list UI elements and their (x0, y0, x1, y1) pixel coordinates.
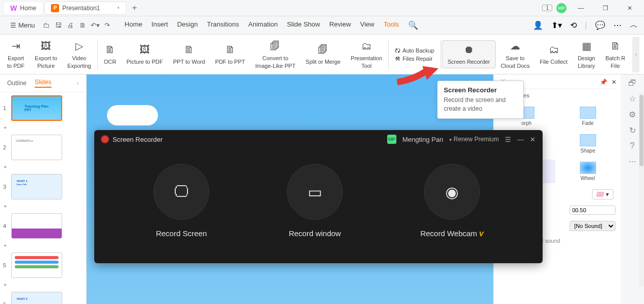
sr-close-button[interactable]: ✕ (530, 136, 535, 143)
tab-document[interactable]: P Presentation1 • (44, 2, 126, 15)
speed-input[interactable] (570, 206, 615, 215)
redo-icon[interactable]: ↷ (102, 21, 113, 29)
convert-image-ppt[interactable]: 🗐Convert to Image-Like PPT (250, 37, 301, 71)
animation-star-icon: ✦ (3, 243, 7, 248)
preview-icon[interactable]: 🗎 (78, 21, 88, 29)
batch-rename[interactable]: 🗎Batch R File (600, 37, 630, 71)
more-icon[interactable]: ⋯ (613, 20, 622, 30)
sr-menu-icon[interactable]: ☰ (505, 136, 511, 143)
slide-row[interactable]: 6PART 2 (3, 292, 83, 304)
slide-thumb-1[interactable] (11, 95, 62, 121)
library-icon: ▦ (582, 39, 592, 53)
ocr[interactable]: 🗎OCR (99, 41, 121, 67)
export-to-picture[interactable]: 🖼Export to Picture (30, 37, 62, 71)
minimize-button[interactable]: — (571, 0, 591, 16)
presentation-tool[interactable]: 🗂Presentation Tool (345, 37, 387, 71)
webcam-icon: ◉ (445, 183, 459, 201)
settings-icon[interactable]: ⟲ (570, 20, 577, 30)
menu-tab-design[interactable]: Design (177, 20, 198, 30)
comment-icon[interactable]: 💬 (595, 20, 605, 30)
cloud-decoration (107, 105, 158, 125)
transition-fade[interactable]: Fade (559, 105, 617, 128)
slide-thumb-2[interactable]: CONTENTS ▪▪▪ (11, 135, 62, 160)
print-icon[interactable]: 🖨 (66, 21, 76, 29)
restore-badge[interactable]: 1 (542, 5, 552, 11)
record-window-label: Record window (289, 229, 341, 238)
file-collect[interactable]: 🗂File Collect (535, 41, 573, 67)
sidebar-help-icon[interactable]: ? (630, 141, 635, 150)
files-repair[interactable]: 🛠 Files Repair (395, 56, 434, 62)
menu-button[interactable]: ☰ Menu (6, 19, 39, 31)
split-or-merge[interactable]: 🗐Split or Merge (301, 41, 345, 67)
slide-row[interactable]: 1 (3, 95, 83, 121)
pin-icon[interactable]: 📌 (600, 79, 607, 86)
record-window-option[interactable]: ▭ Record window (287, 164, 343, 238)
ppt-to-word[interactable]: 🗎PPT to Word (168, 41, 210, 67)
slide-thumb-6[interactable]: PART 2 (11, 292, 62, 304)
menu-tab-view[interactable]: View (360, 20, 374, 30)
renew-premium-link[interactable]: ▾ Renew Premium (449, 136, 499, 143)
search-icon[interactable]: 🔍 (408, 20, 418, 30)
menu-tab-animation[interactable]: Animation (248, 20, 278, 30)
animation-star-icon: ✦ (3, 164, 7, 170)
open-icon[interactable]: 🗀 (41, 21, 51, 29)
screen-recorder[interactable]: ⏺Screen Recorder (442, 40, 495, 68)
slide-row[interactable]: 4 (3, 213, 83, 239)
new-tab-button[interactable]: ＋ (130, 3, 139, 13)
menu-tab-transitions[interactable]: Transitions (207, 20, 239, 30)
slide-thumb-4[interactable] (11, 213, 62, 239)
tab-slides[interactable]: Slides (35, 79, 51, 88)
menu-tab-slideshow[interactable]: Slide Show (287, 20, 320, 30)
slide-row[interactable]: 2CONTENTS ▪▪▪ (3, 135, 83, 160)
ribbon-scroll-right[interactable]: › (632, 37, 639, 72)
pdf-to-ppt[interactable]: 🗎PDF to PPT (210, 41, 250, 67)
user-avatar[interactable]: MP (556, 3, 567, 13)
slide-row[interactable]: 5 (3, 252, 83, 278)
record-webcam-option[interactable]: ◉ Record WebcamV (420, 164, 484, 238)
sr-minimize-button[interactable]: — (517, 136, 524, 143)
menu-tab-review[interactable]: Review (329, 20, 351, 30)
slide-panel: Outline Slides ‹ 1 ✦ 2CONTENTS ▪▪▪ ✦ 3PA… (0, 74, 87, 304)
slide-row[interactable]: 3PART 1Enter Title (3, 174, 83, 199)
tab-home[interactable]: W Home (4, 2, 42, 14)
sr-titlebar[interactable]: Screen Recorder MP Mengting Pan ▾ Renew … (94, 130, 543, 148)
save-icon[interactable]: 🖫 (53, 21, 64, 29)
undo-icon[interactable]: ↶▾ (90, 21, 100, 29)
sidebar-history-icon[interactable]: ↻ (629, 125, 636, 135)
tab-outline[interactable]: Outline (7, 80, 26, 87)
effect-options-dropdown[interactable]: ▾ (592, 189, 613, 199)
animation-star-icon: ✦ (3, 204, 7, 209)
hamburger-icon: ☰ (10, 21, 16, 29)
menu-tab-insert[interactable]: Insert (151, 20, 168, 30)
sidebar-star-icon[interactable]: ☆ (629, 94, 636, 104)
tab-home-label: Home (20, 5, 36, 12)
auto-backup[interactable]: 🗘 Auto Backup (395, 47, 434, 54)
sidebar-sliders-icon[interactable]: ⚙ (629, 110, 636, 119)
maximize-button[interactable]: ❐ (595, 0, 615, 16)
sidebar-more-icon[interactable]: ⋯ (628, 157, 636, 166)
video-exporting[interactable]: ▷Video Exporting (62, 37, 96, 71)
transition-shape[interactable]: Shape (559, 132, 617, 156)
menu-tab-tools[interactable]: Tools (384, 20, 399, 30)
cloud-icon: ☁ (510, 39, 520, 53)
transition-wheel[interactable]: Wheel (559, 160, 617, 183)
close-button[interactable]: ✕ (620, 0, 640, 16)
record-screen-option[interactable]: 🖵 Record Screen (153, 164, 209, 238)
sr-user-avatar[interactable]: MP (387, 135, 396, 144)
export-to-pdf[interactable]: ⇥Export to PDF (2, 37, 30, 71)
share-icon[interactable]: ⬆▾ (551, 20, 562, 30)
collapse-ribbon-icon[interactable]: ︿ (630, 20, 638, 31)
sound-select[interactable]: [No Sound] (570, 221, 615, 231)
animation-star-icon: ✦ (3, 282, 7, 288)
sidebar-layers-icon[interactable]: 🗗 (628, 79, 636, 88)
design-library[interactable]: ▦Design Library (573, 37, 600, 71)
user-icon[interactable]: 👤 (533, 20, 543, 30)
record-webcam-label: Record Webcam (420, 229, 477, 238)
slide-thumb-3[interactable]: PART 1Enter Title (11, 174, 62, 199)
picture-to-pdf[interactable]: 🖼Picture to PDF (121, 41, 168, 67)
close-panel-icon[interactable]: ✕ (611, 79, 616, 86)
slide-thumb-5[interactable] (11, 252, 62, 278)
menu-tab-home[interactable]: Home (125, 20, 143, 30)
slide-panel-chevron-icon[interactable]: ‹ (77, 80, 79, 87)
save-to-cloud[interactable]: ☁Save to Cloud Docs (496, 37, 535, 71)
